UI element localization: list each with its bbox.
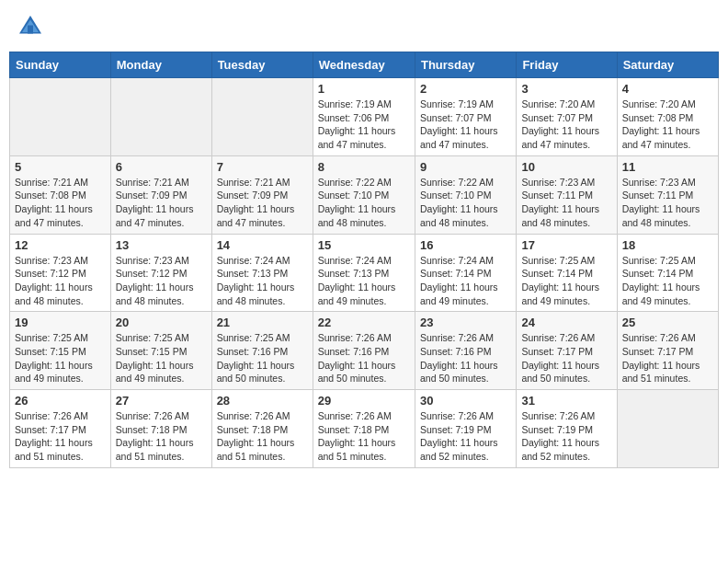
calendar-cell: 9Sunrise: 7:22 AMSunset: 7:10 PMDaylight… [415, 155, 516, 234]
day-number: 30 [420, 394, 511, 408]
day-info: Sunrise: 7:25 AMSunset: 7:14 PMDaylight:… [521, 254, 611, 308]
day-info: Sunrise: 7:23 AMSunset: 7:11 PMDaylight:… [622, 176, 713, 230]
calendar-cell [617, 390, 718, 468]
calendar-cell: 27Sunrise: 7:26 AMSunset: 7:18 PMDayligh… [110, 390, 211, 468]
calendar-cell: 22Sunrise: 7:26 AMSunset: 7:16 PMDayligh… [313, 312, 415, 390]
calendar-cell: 17Sunrise: 7:25 AMSunset: 7:14 PMDayligh… [517, 234, 617, 312]
day-info: Sunrise: 7:23 AMSunset: 7:12 PMDaylight:… [15, 254, 106, 308]
col-header-monday: Monday [110, 52, 211, 78]
calendar-week-row: 5Sunrise: 7:21 AMSunset: 7:08 PMDaylight… [10, 155, 719, 234]
day-info: Sunrise: 7:26 AMSunset: 7:16 PMDaylight:… [318, 331, 410, 385]
day-info: Sunrise: 7:25 AMSunset: 7:15 PMDaylight:… [116, 331, 207, 385]
day-info: Sunrise: 7:19 AMSunset: 7:06 PMDaylight:… [318, 98, 410, 152]
calendar-cell: 2Sunrise: 7:19 AMSunset: 7:07 PMDaylight… [415, 78, 516, 156]
calendar-cell: 23Sunrise: 7:26 AMSunset: 7:16 PMDayligh… [415, 312, 516, 390]
calendar-cell: 10Sunrise: 7:23 AMSunset: 7:11 PMDayligh… [517, 155, 617, 234]
logo [17, 13, 48, 40]
day-number: 18 [622, 238, 713, 252]
day-number: 31 [521, 394, 611, 408]
day-info: Sunrise: 7:23 AMSunset: 7:12 PMDaylight:… [116, 254, 207, 308]
day-number: 3 [521, 82, 611, 96]
calendar-cell: 29Sunrise: 7:26 AMSunset: 7:18 PMDayligh… [313, 390, 415, 468]
calendar-cell [110, 78, 211, 156]
calendar-cell: 3Sunrise: 7:20 AMSunset: 7:07 PMDaylight… [517, 78, 617, 156]
day-number: 7 [217, 160, 308, 174]
day-info: Sunrise: 7:26 AMSunset: 7:19 PMDaylight:… [420, 409, 511, 464]
calendar-week-row: 26Sunrise: 7:26 AMSunset: 7:17 PMDayligh… [10, 390, 719, 468]
day-info: Sunrise: 7:26 AMSunset: 7:18 PMDaylight:… [318, 409, 410, 464]
day-number: 23 [420, 316, 511, 329]
col-header-wednesday: Wednesday [313, 52, 415, 78]
calendar-cell: 16Sunrise: 7:24 AMSunset: 7:14 PMDayligh… [415, 234, 516, 312]
day-info: Sunrise: 7:26 AMSunset: 7:17 PMDaylight:… [521, 331, 611, 385]
calendar-cell [10, 78, 111, 156]
calendar-cell: 6Sunrise: 7:21 AMSunset: 7:09 PMDaylight… [110, 155, 211, 234]
calendar-week-row: 1Sunrise: 7:19 AMSunset: 7:06 PMDaylight… [10, 78, 719, 156]
logo-icon [17, 13, 44, 40]
calendar-cell: 18Sunrise: 7:25 AMSunset: 7:14 PMDayligh… [617, 234, 718, 312]
day-number: 14 [217, 238, 308, 252]
day-number: 24 [521, 316, 611, 329]
day-info: Sunrise: 7:20 AMSunset: 7:07 PMDaylight:… [521, 98, 611, 152]
day-number: 12 [15, 238, 106, 252]
day-info: Sunrise: 7:21 AMSunset: 7:08 PMDaylight:… [15, 176, 106, 230]
day-number: 16 [420, 238, 511, 252]
day-number: 2 [420, 82, 511, 96]
day-number: 15 [318, 238, 410, 252]
col-header-tuesday: Tuesday [211, 52, 313, 78]
calendar-week-row: 19Sunrise: 7:25 AMSunset: 7:15 PMDayligh… [10, 312, 719, 390]
day-number: 10 [521, 160, 611, 174]
day-number: 21 [217, 316, 308, 329]
calendar-cell: 28Sunrise: 7:26 AMSunset: 7:18 PMDayligh… [211, 390, 313, 468]
calendar-cell: 20Sunrise: 7:25 AMSunset: 7:15 PMDayligh… [110, 312, 211, 390]
day-number: 8 [318, 160, 410, 174]
day-number: 22 [318, 316, 410, 329]
calendar-cell: 15Sunrise: 7:24 AMSunset: 7:13 PMDayligh… [313, 234, 415, 312]
day-number: 26 [15, 394, 106, 408]
day-number: 28 [217, 394, 308, 408]
col-header-saturday: Saturday [617, 52, 718, 78]
day-number: 17 [521, 238, 611, 252]
day-number: 9 [420, 160, 511, 174]
calendar-cell: 30Sunrise: 7:26 AMSunset: 7:19 PMDayligh… [415, 390, 516, 468]
calendar-cell: 4Sunrise: 7:20 AMSunset: 7:08 PMDaylight… [617, 78, 718, 156]
day-number: 19 [15, 316, 106, 329]
calendar-cell: 11Sunrise: 7:23 AMSunset: 7:11 PMDayligh… [617, 155, 718, 234]
calendar-cell: 12Sunrise: 7:23 AMSunset: 7:12 PMDayligh… [10, 234, 111, 312]
calendar-week-row: 12Sunrise: 7:23 AMSunset: 7:12 PMDayligh… [10, 234, 719, 312]
calendar-cell: 24Sunrise: 7:26 AMSunset: 7:17 PMDayligh… [517, 312, 617, 390]
day-number: 25 [622, 316, 713, 329]
day-number: 29 [318, 394, 410, 408]
calendar-header-row: SundayMondayTuesdayWednesdayThursdayFrid… [10, 52, 719, 78]
day-number: 1 [318, 82, 410, 96]
day-info: Sunrise: 7:22 AMSunset: 7:10 PMDaylight:… [318, 176, 410, 230]
day-info: Sunrise: 7:26 AMSunset: 7:16 PMDaylight:… [420, 331, 511, 385]
col-header-thursday: Thursday [415, 52, 516, 78]
calendar-cell: 21Sunrise: 7:25 AMSunset: 7:16 PMDayligh… [211, 312, 313, 390]
calendar-cell: 7Sunrise: 7:21 AMSunset: 7:09 PMDaylight… [211, 155, 313, 234]
calendar-cell: 14Sunrise: 7:24 AMSunset: 7:13 PMDayligh… [211, 234, 313, 312]
day-number: 11 [622, 160, 713, 174]
day-info: Sunrise: 7:21 AMSunset: 7:09 PMDaylight:… [116, 176, 207, 230]
calendar-cell: 1Sunrise: 7:19 AMSunset: 7:06 PMDaylight… [313, 78, 415, 156]
day-info: Sunrise: 7:25 AMSunset: 7:14 PMDaylight:… [622, 254, 713, 308]
day-info: Sunrise: 7:25 AMSunset: 7:16 PMDaylight:… [217, 331, 308, 385]
day-number: 20 [116, 316, 207, 329]
calendar-cell: 8Sunrise: 7:22 AMSunset: 7:10 PMDaylight… [313, 155, 415, 234]
col-header-friday: Friday [517, 52, 617, 78]
day-info: Sunrise: 7:25 AMSunset: 7:15 PMDaylight:… [15, 331, 106, 385]
day-info: Sunrise: 7:26 AMSunset: 7:18 PMDaylight:… [116, 409, 207, 464]
day-info: Sunrise: 7:26 AMSunset: 7:19 PMDaylight:… [521, 409, 611, 464]
calendar-cell: 31Sunrise: 7:26 AMSunset: 7:19 PMDayligh… [517, 390, 617, 468]
day-info: Sunrise: 7:26 AMSunset: 7:17 PMDaylight:… [15, 409, 106, 464]
day-number: 13 [116, 238, 207, 252]
day-number: 6 [116, 160, 207, 174]
day-info: Sunrise: 7:20 AMSunset: 7:08 PMDaylight:… [622, 98, 713, 152]
day-number: 4 [622, 82, 713, 96]
day-info: Sunrise: 7:23 AMSunset: 7:11 PMDaylight:… [521, 176, 611, 230]
page-header [9, 9, 719, 44]
col-header-sunday: Sunday [10, 52, 111, 78]
day-info: Sunrise: 7:22 AMSunset: 7:10 PMDaylight:… [420, 176, 511, 230]
svg-rect-2 [28, 26, 33, 34]
calendar-cell: 13Sunrise: 7:23 AMSunset: 7:12 PMDayligh… [110, 234, 211, 312]
